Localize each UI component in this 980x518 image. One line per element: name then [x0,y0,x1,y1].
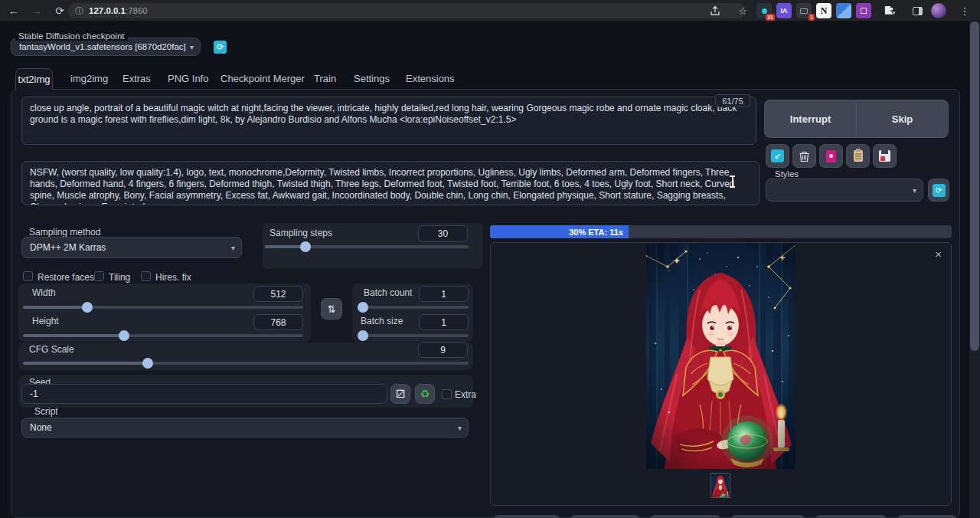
tab-txt2img[interactable]: txt2img [15,68,53,90]
styles-dropdown[interactable]: ▾ [766,179,923,202]
slider-handle[interactable] [82,302,93,313]
apply-styles-button[interactable] [846,144,870,168]
slider-handle[interactable] [358,330,368,341]
slider-handle[interactable] [142,358,153,369]
paste-arrow-icon: ↙ [771,149,784,162]
negative-prompt-input[interactable]: NSFW, (worst quality, low quality:1.4), … [21,161,760,205]
sampling-steps-input[interactable]: 30 [418,225,468,242]
tab-extras[interactable]: Extras [122,73,151,84]
script-dropdown[interactable]: None ▾ [21,418,469,438]
checkpoint-refresh-button[interactable]: ⟳ [214,41,227,54]
seed-input[interactable]: -1 [21,384,387,404]
save-button[interactable] [570,515,640,518]
hires-fix-label: Hires. fix [155,272,191,283]
chevron-down-icon: ▾ [458,424,462,432]
styles-refresh-button[interactable]: ⟳ [928,179,949,202]
hires-fix-checkbox[interactable] [141,271,151,281]
clear-prompt-button[interactable] [792,144,816,168]
forward-icon[interactable]: → [28,2,46,19]
extension-ia-icon[interactable]: IA [776,3,792,18]
skip-button[interactable]: Skip [857,100,949,138]
width-label: Width [32,287,56,298]
tab-img2img[interactable]: img2img [70,73,108,84]
slider-handle[interactable] [119,330,129,341]
progress-bar: 30% ETA: 11s [490,225,952,238]
batch-count-input[interactable]: 1 [419,286,469,302]
refresh-icon: ⟳ [933,184,946,197]
url-port: :7860 [126,6,148,15]
address-bar[interactable]: ⓘ 127.0.0.1 :7860 [67,3,746,18]
sampling-method-dropdown[interactable]: DPM++ 2M Karras ▾ [21,237,242,258]
tab-checkpoint-merger[interactable]: Checkpoint Merger [220,73,305,84]
script-label: Script [34,406,58,417]
side-panel-icon[interactable] [908,2,926,19]
save-style-button[interactable] [873,144,897,168]
height-input[interactable]: 768 [253,314,303,330]
extension-office-icon[interactable] [856,3,871,18]
batch-size-input[interactable]: 1 [419,314,469,330]
bookmark-star-icon[interactable]: ☆ [733,2,752,19]
interrupt-button[interactable]: Interrupt [764,100,857,138]
url-host: 127.0.0.1 [89,6,126,15]
chevron-down-icon: ▾ [913,186,916,195]
zip-button[interactable] [649,515,721,518]
slider-handle[interactable] [358,302,368,313]
generated-image-preview[interactable] [646,244,795,469]
profile-avatar[interactable] [931,3,946,18]
batch-size-slider[interactable] [358,330,469,341]
gallery-thumbnail[interactable] [710,473,730,498]
swap-dimensions-button[interactable]: ⇅ [321,298,342,320]
slider-handle[interactable] [300,241,311,252]
extra-seed-checkbox[interactable] [442,389,452,399]
progress-fill: 30% ETA: 11s [490,225,629,238]
paste-generation-params-button[interactable]: ↙ [766,144,789,168]
extension-notion-icon[interactable]: N [816,3,831,18]
back-icon[interactable]: ← [5,2,23,19]
restore-faces-label: Restore faces [38,272,94,283]
dice-icon: ⚂ [396,388,405,400]
extra-networks-button[interactable] [819,144,843,168]
reuse-seed-button[interactable]: ♻ [415,384,435,404]
tab-png-info[interactable]: PNG Info [168,73,208,84]
extensions-puzzle-icon[interactable] [880,2,899,19]
recycle-icon: ♻ [420,388,430,400]
page-scrollbar[interactable] [969,21,980,518]
close-icon[interactable]: × [935,249,942,260]
chevron-down-icon: ▾ [231,244,235,252]
site-info-icon[interactable]: ⓘ [75,5,83,17]
send-to-img2img-button[interactable] [730,515,805,518]
sampling-method-label: Sampling method [29,227,100,238]
open-folder-button[interactable] [493,515,560,518]
cfg-scale-slider[interactable] [23,358,469,369]
tab-settings[interactable]: Settings [354,73,390,84]
height-slider[interactable] [23,330,303,341]
browser-toolbar: ← → ⟳ ⓘ 127.0.0.1 :7860 ☆ 21 IA 1 N [0,0,980,21]
scrollbar-thumb[interactable] [970,21,979,351]
restore-faces-checkbox[interactable] [23,271,33,281]
card-icon [826,150,836,162]
random-seed-button[interactable]: ⚂ [390,384,410,404]
extra-seed-label: Extra [455,389,476,400]
tiling-checkbox[interactable] [94,271,104,281]
tab-extensions[interactable]: Extensions [406,73,455,84]
width-slider[interactable] [23,302,303,313]
extension-capture-icon[interactable]: 1 [796,3,812,18]
share-icon[interactable] [706,2,724,19]
prompt-input[interactable]: close up angle, portrait of a beautiful … [21,97,756,145]
send-to-extras-button[interactable] [897,515,957,518]
cfg-scale-input[interactable]: 9 [418,342,468,358]
styles-label: Styles [772,169,802,179]
tab-train[interactable]: Train [314,73,336,84]
clipboard-icon [854,150,863,162]
width-input[interactable]: 512 [253,286,303,302]
browser-menu-icon[interactable]: ⋮ [956,2,974,19]
trash-icon [799,150,810,162]
token-counter: 61/75 [715,94,750,107]
extension-blue-icon[interactable] [836,3,851,18]
extension-pin-icon[interactable]: 21 [756,3,772,18]
batch-count-slider[interactable] [358,302,469,313]
swap-icon: ⇅ [328,303,336,315]
send-to-inpaint-button[interactable] [815,515,887,518]
sampling-steps-slider[interactable] [265,241,469,252]
reload-icon[interactable]: ⟳ [51,2,69,19]
